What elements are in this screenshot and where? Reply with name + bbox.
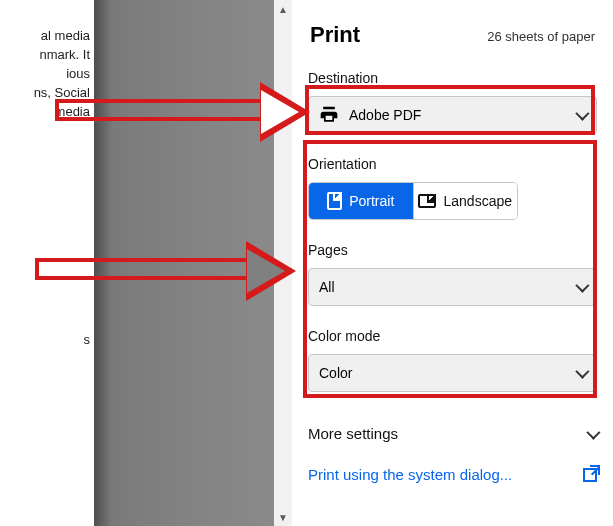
scroll-down-icon[interactable]: ▼: [274, 508, 292, 526]
print-title: Print: [310, 22, 360, 48]
destination-label: Destination: [308, 70, 597, 86]
doc-text-line: s: [78, 330, 90, 349]
system-dialog-text: Print using the system dialog...: [308, 466, 512, 483]
annotation-arrow-2: [35, 241, 295, 301]
more-settings-label: More settings: [308, 425, 398, 442]
sheets-count: 26 sheets of paper: [487, 29, 595, 48]
annotation-box-destination: [305, 85, 595, 135]
doc-text-line: nmark. It: [4, 45, 90, 64]
doc-text-line: ious: [4, 64, 90, 83]
more-settings-toggle[interactable]: More settings: [308, 418, 597, 448]
annotation-box-options: [303, 140, 597, 398]
chevron-down-icon: [587, 425, 597, 442]
annotation-arrow-1: [55, 82, 315, 142]
scroll-up-icon[interactable]: ▲: [274, 0, 292, 18]
system-dialog-link[interactable]: Print using the system dialog...: [308, 466, 597, 483]
external-link-icon: [583, 468, 597, 482]
doc-text-line: al media: [4, 26, 90, 45]
